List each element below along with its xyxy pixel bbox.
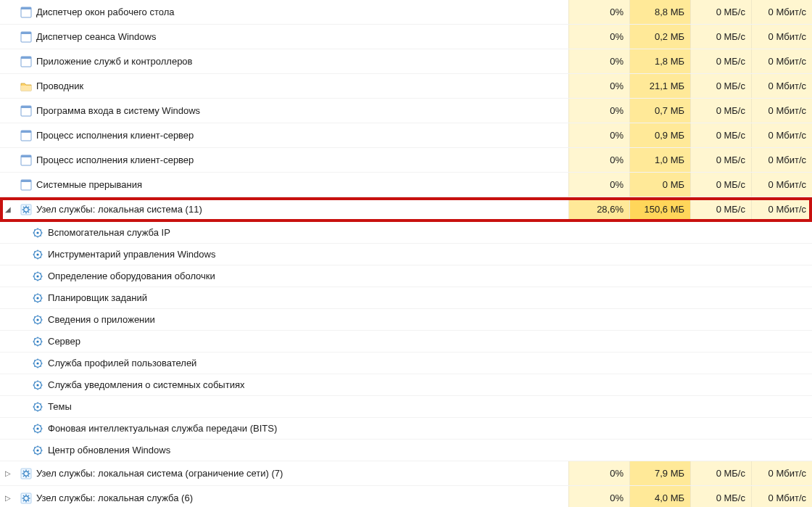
service-icon <box>32 227 44 239</box>
service-icon <box>32 314 44 326</box>
folder-icon <box>20 81 32 92</box>
service-child-row[interactable]: Фоновая интеллектуальная служба передачи… <box>0 418 812 440</box>
blank net-cell <box>751 396 812 417</box>
blank net-cell <box>751 222 812 243</box>
mem-cell: 150,6 МБ <box>629 197 690 221</box>
service-child-row[interactable]: Центр обновления Windows <box>0 440 812 461</box>
process-row[interactable]: ▷Узел службы: локальная система (огранич… <box>0 461 812 486</box>
blank cpu-cell <box>568 331 629 352</box>
blank net-cell <box>751 440 812 461</box>
service-icon <box>32 445 44 456</box>
mem-cell: 21,1 МБ <box>629 74 690 98</box>
net-cell: 0 Мбит/с <box>751 74 812 98</box>
blank mem-cell <box>629 331 690 352</box>
service-child-row[interactable]: Инструментарий управления Windows <box>0 244 812 265</box>
process-row[interactable]: Процесс исполнения клиент-сервер0%0,9 МБ… <box>0 123 812 148</box>
blank mem-cell <box>629 374 690 395</box>
net-cell: 0 Мбит/с <box>751 461 812 485</box>
net-cell: 0 Мбит/с <box>751 49 812 73</box>
service-child-row[interactable]: Служба уведомления о системных событиях <box>0 374 812 396</box>
process-row[interactable]: Диспетчер сеанса Windows0%0,2 МБ0 МБ/c0 … <box>0 25 812 49</box>
process-name-label: Служба уведомления о системных событиях <box>48 379 244 390</box>
name-cell: Узел службы: локальная система (11) <box>13 204 568 215</box>
disk-cell: 0 МБ/c <box>690 99 751 123</box>
blank mem-cell <box>629 440 690 461</box>
blank disk-cell <box>690 418 751 439</box>
expander-expanded-icon[interactable]: ◢ <box>3 205 13 215</box>
process-row[interactable]: Приложение служб и контроллеров0%1,8 МБ0… <box>0 49 812 74</box>
name-cell: Инструментарий управления Windows <box>13 249 568 260</box>
blank net-cell <box>751 353 812 374</box>
blank disk-cell <box>690 440 751 461</box>
expander-collapsed-icon[interactable]: ▷ <box>3 469 13 479</box>
name-cell: Узел службы: локальная служба (6) <box>13 492 568 504</box>
process-row[interactable]: Проводник0%21,1 МБ0 МБ/c0 Мбит/с <box>0 74 812 99</box>
name-cell: Проводник <box>13 81 568 92</box>
app-icon <box>20 130 32 141</box>
process-row[interactable]: ▷Узел службы: локальная служба (6)0%4,0 … <box>0 486 812 507</box>
process-name-label: Диспетчер сеанса Windows <box>36 31 156 42</box>
disk-cell: 0 МБ/c <box>690 49 751 73</box>
name-cell: Процесс исполнения клиент-сервер <box>13 130 568 141</box>
blank cpu-cell <box>568 418 629 439</box>
service-icon <box>32 292 44 304</box>
blank cpu-cell <box>568 396 629 417</box>
name-cell: Определение оборудования оболочки <box>13 271 568 282</box>
service-icon <box>32 249 44 260</box>
cpu-cell: 0% <box>568 0 629 24</box>
blank disk-cell <box>690 222 751 243</box>
mem-cell: 0 МБ <box>629 173 690 197</box>
blank cpu-cell <box>568 222 629 243</box>
blank net-cell <box>751 331 812 352</box>
process-row[interactable]: Программа входа в систему Windows0%0,7 М… <box>0 99 812 123</box>
process-name-label: Служба профилей пользователей <box>48 358 196 368</box>
cpu-cell: 0% <box>568 49 629 73</box>
blank mem-cell <box>629 222 690 243</box>
cpu-cell: 0% <box>568 486 629 507</box>
name-cell: Программа входа в систему Windows <box>13 105 568 117</box>
service-icon <box>32 401 44 413</box>
expander-collapsed-icon[interactable]: ▷ <box>3 493 13 503</box>
net-cell: 0 Мбит/с <box>751 148 812 172</box>
service-child-row[interactable]: Определение оборудования оболочки <box>0 265 812 287</box>
net-cell: 0 Мбит/с <box>751 0 812 24</box>
blank disk-cell <box>690 265 751 287</box>
mem-cell: 0,2 МБ <box>629 25 690 49</box>
process-row[interactable]: Системные прерывания0%0 МБ0 МБ/c0 Мбит/с <box>0 173 812 197</box>
cpu-cell: 0% <box>568 123 629 147</box>
service-child-row[interactable]: Планировщик заданий <box>0 287 812 309</box>
blank cpu-cell <box>568 287 629 308</box>
service-icon <box>32 423 44 434</box>
process-name-label: Системные прерывания <box>36 179 142 190</box>
task-manager-process-list[interactable]: Диспетчер окон рабочего стола0%8,8 МБ0 М… <box>0 0 812 507</box>
process-row[interactable]: ◢Узел службы: локальная система (11)28,6… <box>0 197 812 222</box>
blank cpu-cell <box>568 440 629 461</box>
blank cpu-cell <box>568 309 629 330</box>
process-name-label: Определение оборудования оболочки <box>48 271 215 281</box>
cpu-cell: 0% <box>568 25 629 49</box>
disk-cell: 0 МБ/c <box>690 173 751 197</box>
service-child-row[interactable]: Темы <box>0 396 812 418</box>
net-cell: 0 Мбит/с <box>751 123 812 147</box>
name-cell: Узел службы: локальная система (ограниче… <box>13 468 568 479</box>
process-row[interactable]: Процесс исполнения клиент-сервер0%1,0 МБ… <box>0 148 812 173</box>
process-name-label: Сведения о приложении <box>48 314 155 325</box>
service-icon <box>32 271 44 282</box>
name-cell: Планировщик заданий <box>13 292 568 304</box>
service-child-row[interactable]: Сведения о приложении <box>0 309 812 331</box>
service-child-row[interactable]: Сервер <box>0 331 812 353</box>
blank disk-cell <box>690 331 751 352</box>
process-name-label: Диспетчер окон рабочего стола <box>36 7 175 17</box>
blank disk-cell <box>690 244 751 265</box>
process-name-label: Центр обновления Windows <box>48 445 170 456</box>
process-name-label: Сервер <box>48 336 80 347</box>
service-child-row[interactable]: Служба профилей пользователей <box>0 353 812 374</box>
blank net-cell <box>751 309 812 330</box>
blank net-cell <box>751 244 812 265</box>
mem-cell: 1,8 МБ <box>629 49 690 73</box>
service-child-row[interactable]: Вспомогательная служба IP <box>0 222 812 244</box>
blank mem-cell <box>629 418 690 439</box>
disk-cell: 0 МБ/c <box>690 74 751 98</box>
process-row[interactable]: Диспетчер окон рабочего стола0%8,8 МБ0 М… <box>0 0 812 25</box>
name-cell: Сервер <box>13 336 568 347</box>
